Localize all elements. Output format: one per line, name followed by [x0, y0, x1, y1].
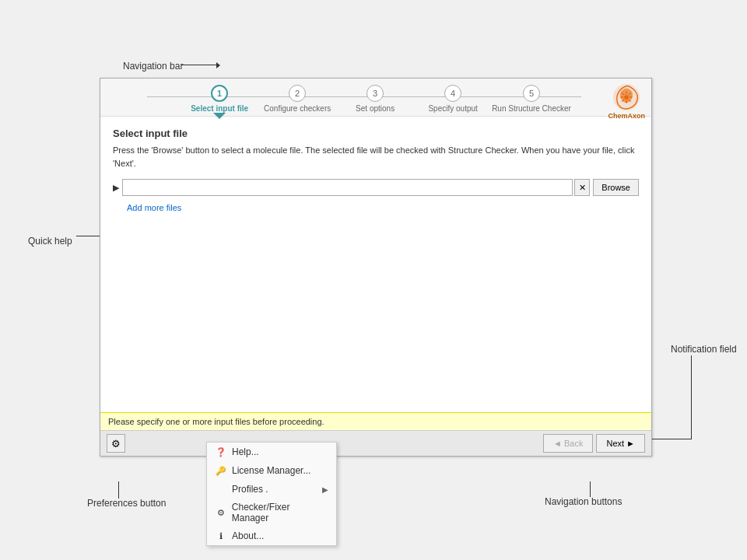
file-input[interactable] — [122, 179, 573, 196]
step-2-circle: 2 — [289, 85, 306, 102]
step-3-circle: 3 — [366, 85, 384, 102]
nav-buttons-annotation: Navigation buttons — [545, 496, 622, 507]
checker-icon: ⚙ — [215, 506, 227, 519]
file-row: ▶ ✕ Browse — [113, 179, 639, 196]
next-button[interactable]: Next ► — [596, 434, 645, 453]
step-4[interactable]: 4 Specify output — [414, 85, 492, 113]
quick-help-annotation: Quick help — [28, 236, 72, 247]
profiles-icon — [215, 483, 227, 495]
nav-bar-arrow — [216, 62, 220, 68]
section-title: Select input file — [113, 128, 639, 139]
preferences-button[interactable]: ⚙ — [107, 434, 125, 453]
back-button[interactable]: ◄ Back — [543, 434, 593, 453]
step-2[interactable]: 2 Configure checkers — [258, 85, 336, 113]
menu-profiles-label: Profiles . — [232, 484, 268, 495]
nav-buttons: ◄ Back Next ► — [543, 434, 645, 453]
chemaxon-text: ChemAxon — [608, 112, 645, 120]
notification-bar: Please specify one or more input files b… — [100, 412, 651, 430]
about-icon: ℹ — [215, 530, 227, 542]
pref-v-line — [118, 481, 119, 499]
nav-bar-line — [181, 65, 219, 65]
step-4-label: Specify output — [428, 104, 477, 113]
menu-item-checker[interactable]: ⚙ Checker/Fixer Manager — [207, 499, 336, 527]
menu-about-label: About... — [232, 530, 264, 541]
context-menu: ❓ Help... 🔑 License Manager... Profiles … — [206, 442, 337, 546]
menu-item-help[interactable]: ❓ Help... — [207, 443, 336, 461]
step-1-label: Select input file — [191, 104, 248, 113]
menu-license-label: License Manager... — [232, 465, 310, 476]
chemaxon-logo: ChemAxon — [608, 82, 645, 120]
menu-item-profiles[interactable]: Profiles . ▶ — [207, 480, 336, 499]
step-4-circle: 4 — [444, 85, 461, 102]
step-3-label: Set options — [356, 104, 395, 113]
menu-item-license[interactable]: 🔑 License Manager... — [207, 461, 336, 480]
pref-annotation: Preferences button — [87, 498, 166, 509]
svg-point-1 — [624, 95, 629, 100]
step-1-arrow — [213, 113, 226, 119]
clear-button[interactable]: ✕ — [574, 179, 590, 196]
notification-text: Please specify one or more input files b… — [108, 417, 324, 426]
step-3[interactable]: 3 Set options — [336, 85, 414, 113]
browse-button[interactable]: Browse — [593, 179, 639, 196]
steps-bar: 1 Select input file 2 Configure checkers… — [100, 79, 651, 117]
step-5[interactable]: 5 Run Structure Checker — [492, 85, 571, 113]
help-icon: ❓ — [215, 446, 227, 458]
license-icon: 🔑 — [215, 464, 227, 477]
notification-annotation: Notification field — [671, 344, 737, 355]
content-area: Select input file Press the 'Browse' but… — [100, 117, 651, 412]
step-5-label: Run Structure Checker — [492, 104, 571, 113]
bottom-bar: ⚙ ◄ Back Next ► — [100, 430, 651, 456]
nav-bar-annotation: Navigation bar — [123, 61, 183, 72]
nav-buttons-v-line — [590, 481, 591, 497]
step-1-circle: 1 — [211, 85, 228, 102]
step-5-circle: 5 — [523, 85, 540, 102]
app-window: 1 Select input file 2 Configure checkers… — [100, 78, 652, 457]
section-desc: Press the 'Browse' button to select a mo… — [113, 144, 639, 170]
profiles-arrow-icon: ▶ — [322, 485, 328, 494]
chemaxon-icon — [612, 82, 641, 112]
add-more-files-link[interactable]: Add more files — [127, 203, 181, 212]
step-1[interactable]: 1 Select input file — [181, 85, 258, 113]
menu-item-about[interactable]: ℹ About... — [207, 527, 336, 545]
notification-v-line — [691, 355, 692, 439]
file-row-arrow: ▶ — [113, 183, 119, 193]
menu-help-label: Help... — [232, 446, 259, 457]
step-2-label: Configure checkers — [264, 104, 331, 113]
menu-checker-label: Checker/Fixer Manager — [232, 502, 328, 523]
